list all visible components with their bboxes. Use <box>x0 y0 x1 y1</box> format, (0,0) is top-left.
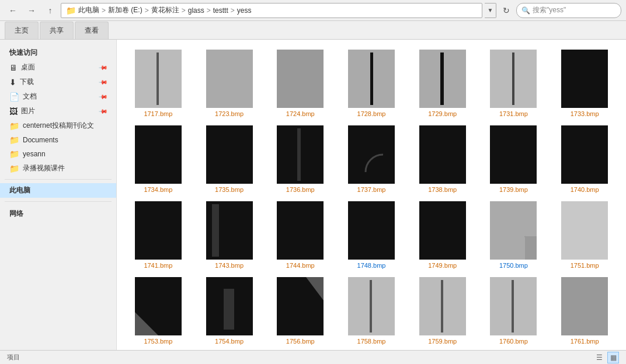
tab-share[interactable]: 共享 <box>40 22 74 39</box>
file-item[interactable]: 1741.bmp <box>124 198 193 272</box>
file-thumbnail <box>135 125 182 184</box>
file-item[interactable]: 1729.bmp <box>408 47 477 120</box>
sidebar-item-documents2[interactable]: 📁 Documents <box>0 133 116 147</box>
file-name: 1739.bmp <box>499 186 528 193</box>
status-bar: 项目 ☰ ▦ <box>0 350 626 364</box>
sep5: > <box>231 6 235 15</box>
file-item[interactable]: 1738.bmp <box>408 123 477 196</box>
file-item[interactable]: 1737.bmp <box>337 123 406 196</box>
file-item[interactable]: 1759.bmp <box>408 274 477 348</box>
sidebar-item-videoclass-label: 录播视频课件 <box>23 163 65 173</box>
file-item[interactable]: 1758.bmp <box>337 274 406 348</box>
sidebar-item-centernet[interactable]: 📁 centernet投稿期刊论文 <box>0 118 116 133</box>
file-item[interactable]: 1754.bmp <box>195 274 264 348</box>
file-thumbnail <box>348 277 395 335</box>
forward-button[interactable]: → <box>23 2 40 19</box>
file-thumbnail <box>135 201 182 260</box>
file-name: 1737.bmp <box>357 186 386 193</box>
file-name: 1741.bmp <box>144 262 172 269</box>
search-bar[interactable]: 🔍 搜索"yess" <box>516 3 621 18</box>
folder-icon5: 📁 <box>9 164 19 173</box>
file-thumbnail <box>419 125 466 184</box>
file-thumbnail <box>561 201 608 260</box>
main-area: 快速访问 🖥 桌面 📌 ⬇ 下载 📌 📄 文档 📌 🖼 图片 📌 📁 cente… <box>0 40 626 350</box>
file-item[interactable]: 1753.bmp <box>124 274 193 348</box>
file-name: 1736.bmp <box>286 186 315 193</box>
file-item[interactable]: 1740.bmp <box>550 123 619 196</box>
file-name: 1731.bmp <box>499 110 528 117</box>
file-name: 1761.bmp <box>571 338 599 345</box>
sidebar-item-yesann-label: yesann <box>23 150 46 158</box>
file-name: 1750.bmp <box>499 262 528 269</box>
sidebar-item-pictures[interactable]: 🖼 图片 📌 <box>0 104 116 118</box>
breadcrumb-drive[interactable]: 新加卷 (E:) <box>108 5 142 15</box>
file-item[interactable]: 1743.bmp <box>195 198 264 272</box>
file-thumbnail <box>419 50 466 108</box>
file-name: 1759.bmp <box>428 338 457 345</box>
up-button[interactable]: ↑ <box>42 2 58 19</box>
file-item[interactable]: 1749.bmp <box>408 198 477 272</box>
tab-home[interactable]: 主页 <box>5 22 39 39</box>
file-item[interactable]: 1760.bmp <box>479 274 548 348</box>
file-item[interactable]: 1756.bmp <box>266 274 335 348</box>
file-name: 1738.bmp <box>428 186 457 193</box>
desktop-icon: 🖥 <box>9 63 18 72</box>
file-item[interactable]: 1717.bmp <box>124 47 193 120</box>
file-item[interactable]: 1751.bmp <box>550 198 619 272</box>
file-name: 1734.bmp <box>144 186 172 193</box>
address-dropdown[interactable]: ▼ <box>485 3 496 18</box>
file-item[interactable]: 1728.bmp <box>337 47 406 120</box>
pin-icon3: 📌 <box>99 92 108 101</box>
file-item[interactable]: 1723.bmp <box>195 47 264 120</box>
file-item[interactable]: 1736.bmp <box>266 123 335 196</box>
pin-icon4: 📌 <box>99 106 108 116</box>
sidebar-item-desktop[interactable]: 🖥 桌面 📌 <box>0 60 116 75</box>
file-thumbnail <box>277 50 324 108</box>
file-item[interactable]: 1761.bmp <box>550 274 619 348</box>
breadcrumb-folder2[interactable]: glass <box>188 6 204 15</box>
breadcrumb-folder1[interactable]: 黄花标注 <box>151 5 179 15</box>
breadcrumb-pc[interactable]: 此电脑 <box>78 5 99 15</box>
file-item[interactable]: 1724.bmp <box>266 47 335 120</box>
view-toggle: ☰ ▦ <box>593 352 619 363</box>
folder-icon4: 📁 <box>9 149 19 159</box>
file-item[interactable]: 1735.bmp <box>195 123 264 196</box>
sidebar-item-videoclass[interactable]: 📁 录播视频课件 <box>0 161 116 176</box>
file-item[interactable]: 1748.bmp <box>337 198 406 272</box>
back-button[interactable]: ← <box>5 2 21 19</box>
file-name: 1760.bmp <box>499 338 528 345</box>
file-item[interactable]: 1733.bmp <box>550 47 619 120</box>
sidebar-item-documents-label: 文档 <box>23 92 37 102</box>
file-thumbnail <box>561 50 608 108</box>
file-name: 1740.bmp <box>571 186 599 193</box>
file-item[interactable]: 1731.bmp <box>479 47 548 120</box>
file-item[interactable]: 1734.bmp <box>124 123 193 196</box>
sidebar-item-download[interactable]: ⬇ 下载 📌 <box>0 75 116 89</box>
sidebar-item-centernet-label: centernet投稿期刊论文 <box>23 121 94 131</box>
file-name: 1748.bmp <box>357 262 386 269</box>
sidebar-section-network[interactable]: 网络 <box>0 205 116 221</box>
tab-view[interactable]: 查看 <box>75 22 109 39</box>
sidebar-section-quickaccess[interactable]: 快速访问 <box>0 44 116 60</box>
download-icon: ⬇ <box>9 78 16 87</box>
list-view-button[interactable]: ☰ <box>593 352 605 363</box>
refresh-button[interactable]: ↻ <box>499 3 514 18</box>
file-item[interactable]: 1744.bmp <box>266 198 335 272</box>
sidebar: 快速访问 🖥 桌面 📌 ⬇ 下载 📌 📄 文档 📌 🖼 图片 📌 📁 cente… <box>0 40 117 350</box>
file-thumbnail <box>135 277 182 335</box>
grid-view-button[interactable]: ▦ <box>607 352 619 363</box>
search-icon: 🔍 <box>521 6 530 15</box>
file-name: 1724.bmp <box>286 110 315 117</box>
sidebar-section-thispc[interactable]: 此电脑 <box>0 183 116 198</box>
address-bar: 📁 此电脑 > 新加卷 (E:) > 黄花标注 > glass > testtt… <box>61 3 482 18</box>
folder-icon2: 📁 <box>9 121 19 131</box>
file-name: 1735.bmp <box>215 186 244 193</box>
sidebar-item-yesann[interactable]: 📁 yesann <box>0 147 116 161</box>
file-thumbnail <box>561 277 608 335</box>
sep4: > <box>207 6 211 15</box>
file-item[interactable]: 1750.bmp <box>479 198 548 272</box>
file-thumbnail <box>206 277 253 335</box>
sidebar-item-documents[interactable]: 📄 文档 📌 <box>0 89 116 104</box>
breadcrumb-folder3[interactable]: testtt <box>213 6 228 15</box>
file-item[interactable]: 1739.bmp <box>479 123 548 196</box>
